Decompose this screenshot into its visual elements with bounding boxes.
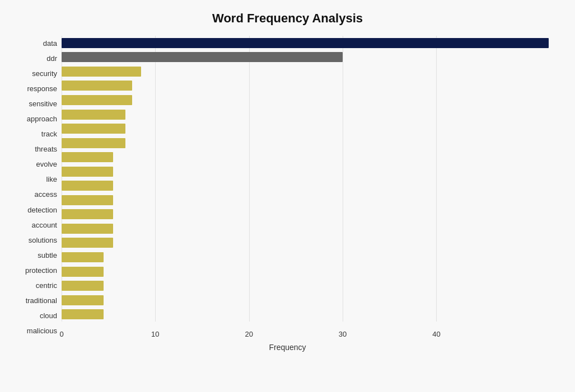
chart-title: Word Frequency Analysis [17, 11, 558, 26]
bar [62, 67, 141, 77]
bar [62, 167, 113, 177]
bar [62, 81, 132, 91]
y-label: ddr [46, 51, 57, 66]
bar-row [62, 151, 558, 163]
bar [62, 181, 113, 191]
bar-row [62, 94, 558, 106]
y-label: threats [35, 141, 57, 157]
y-label: detection [27, 202, 57, 218]
y-label: traditional [26, 293, 57, 308]
bar [62, 238, 113, 248]
y-label: centric [36, 278, 57, 293]
bar [62, 38, 549, 48]
y-label: solutions [29, 233, 57, 248]
y-label: security [32, 66, 57, 81]
y-label: malicious [27, 323, 57, 338]
bar [62, 138, 125, 148]
x-axis-label: 0 [59, 330, 63, 338]
bar-row [62, 79, 558, 92]
chart-area: dataddrsecurityresponsesensitiveapproach… [17, 36, 558, 338]
bar-row [62, 237, 558, 249]
y-axis: dataddrsecurityresponsesensitiveapproach… [17, 36, 62, 338]
bar [62, 252, 104, 262]
bar-row [62, 37, 558, 49]
bar-row [62, 180, 558, 192]
bar-row [62, 208, 558, 220]
y-label: track [41, 126, 57, 141]
y-label: response [27, 81, 57, 96]
bar [62, 124, 125, 134]
y-label: data [43, 36, 57, 51]
bar [62, 152, 113, 162]
bar [62, 281, 104, 291]
bar-row [62, 108, 558, 121]
x-axis-label: 20 [245, 330, 253, 338]
bar-row [62, 251, 558, 263]
y-label: access [35, 187, 57, 202]
x-axis-label: 30 [339, 330, 347, 338]
bar-row [62, 308, 558, 320]
y-label: sensitive [29, 96, 57, 111]
y-label: cloud [40, 308, 57, 323]
bar-row [62, 294, 558, 306]
bar-row [62, 65, 558, 78]
bar-row [62, 166, 558, 178]
bar-row [62, 266, 558, 278]
y-label: approach [27, 111, 57, 126]
bar [62, 195, 113, 205]
x-axis-label: 40 [432, 330, 440, 338]
bars-wrapper [62, 36, 558, 322]
bar [62, 209, 113, 219]
bar [62, 110, 125, 120]
y-label: account [31, 218, 57, 233]
y-label: subtle [38, 248, 57, 263]
bar-row [62, 137, 558, 149]
bar [62, 267, 104, 277]
bar [62, 309, 104, 319]
bar-row [62, 122, 558, 135]
bar-row [62, 223, 558, 235]
bar [62, 95, 132, 105]
x-axis-label: 10 [151, 330, 159, 338]
x-axis-labels: 010203040 [62, 322, 558, 338]
bar-row [62, 51, 558, 63]
bar-row [62, 194, 558, 206]
y-label: protection [25, 263, 57, 278]
bar [62, 224, 113, 234]
y-label: like [46, 172, 57, 187]
bars-and-grid: 010203040 [62, 36, 558, 338]
y-label: evolve [36, 157, 57, 172]
bar [62, 295, 104, 305]
x-axis-title: Frequency [17, 343, 558, 352]
bar-row [62, 280, 558, 292]
chart-container: Word Frequency Analysis dataddrsecurityr… [0, 0, 575, 392]
bar [62, 52, 343, 62]
